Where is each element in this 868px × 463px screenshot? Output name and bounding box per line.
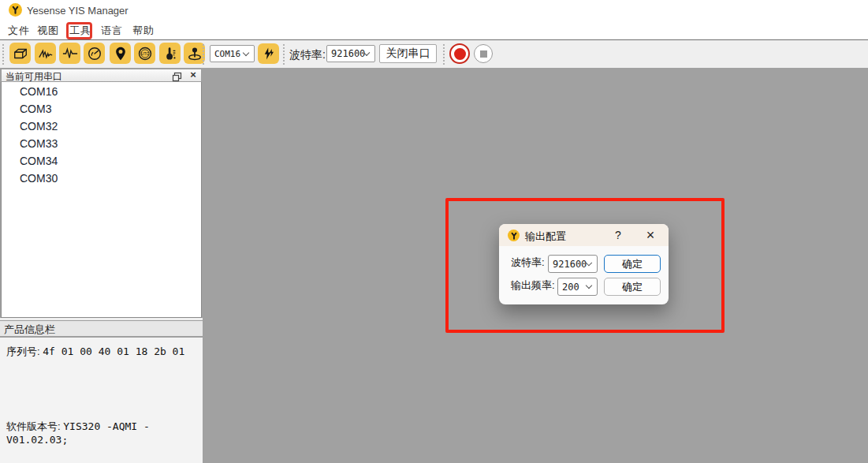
list-item-port[interactable]: COM32: [2, 119, 201, 134]
dialog-title: 输出配置: [525, 230, 566, 244]
serial-ports-panel-header: 当前可用串口 ×: [1, 69, 202, 82]
temperature-icon[interactable]: [159, 43, 181, 64]
chevron-down-icon: [243, 49, 249, 55]
dialog-freq-value: 200: [558, 282, 587, 293]
menu-view[interactable]: 视图: [37, 24, 59, 38]
toolbar-drag-handle[interactable]: [443, 44, 446, 65]
app-logo-icon: [9, 3, 22, 17]
serial-number-line: 序列号: 4f 01 00 40 01 18 2b 01: [6, 345, 184, 359]
serial-port-list: COM16 COM3 COM32 COM33 COM34 COM30: [1, 82, 202, 318]
toolbar-drag-handle[interactable]: [283, 44, 286, 65]
dialog-help-icon[interactable]: ?: [611, 228, 625, 242]
product-info-panel-title: 产品信息栏: [4, 323, 55, 337]
toolbar: UTC COM16 波特率: 921600 关闭串口: [0, 40, 868, 68]
dialog-freq-select[interactable]: 200: [557, 278, 598, 296]
port-select-value: COM16: [210, 49, 244, 59]
menu-help[interactable]: 帮助: [132, 24, 155, 38]
refresh-ports-icon[interactable]: [258, 43, 279, 64]
close-panel-icon[interactable]: ×: [188, 69, 199, 81]
dialog-baud-select[interactable]: 921600: [548, 255, 598, 273]
float-panel-icon[interactable]: [172, 71, 182, 81]
stop-button[interactable]: [474, 44, 493, 63]
menu-language[interactable]: 语言: [101, 24, 123, 38]
pulse-waveform-icon[interactable]: [59, 43, 80, 64]
product-info-panel: 序列号: 4f 01 00 40 01 18 2b 01 软件版本号: YIS3…: [0, 338, 203, 463]
list-item-port[interactable]: COM33: [2, 136, 201, 151]
output-config-dialog: 输出配置 ? × 波特率: 921600 确定 输出频率: 200 确定: [499, 224, 669, 304]
confirm-freq-button[interactable]: 确定: [604, 278, 661, 296]
menu-file[interactable]: 文件: [8, 24, 30, 38]
record-icon: [454, 48, 466, 60]
list-item-port[interactable]: COM30: [2, 171, 201, 186]
svg-text:UTC: UTC: [140, 50, 149, 55]
location-icon[interactable]: [110, 43, 131, 64]
utc-clock-icon[interactable]: UTC: [134, 43, 155, 64]
tools-menu-annotation-box: [66, 22, 92, 39]
baud-rate-value: 921600: [327, 48, 365, 59]
title-bar: Yesense YIS Manager: [0, 0, 868, 21]
product-info-panel-header: 产品信息栏: [0, 320, 203, 337]
list-item-port[interactable]: COM34: [2, 154, 201, 169]
list-item-port[interactable]: COM3: [2, 102, 201, 117]
dialog-close-icon[interactable]: ×: [643, 226, 658, 244]
serial-number-value: 4f 01 00 40 01 18 2b 01: [43, 345, 184, 357]
dialog-baud-label: 波特率:: [511, 256, 545, 270]
dialog-baud-value: 921600: [549, 259, 587, 270]
software-version-label: 软件版本号:: [6, 420, 61, 432]
port-select[interactable]: COM16: [210, 45, 255, 62]
window-title: Yesense YIS Manager: [27, 5, 129, 17]
list-item-port[interactable]: COM16: [2, 84, 201, 99]
stop-icon: [480, 50, 487, 58]
close-serial-port-button[interactable]: 关闭串口: [379, 44, 437, 63]
dialog-title-bar[interactable]: 输出配置 ? ×: [499, 224, 669, 246]
confirm-baud-button[interactable]: 确定: [604, 255, 661, 273]
baud-rate-label: 波特率:: [289, 48, 326, 62]
dialog-logo-icon: [508, 230, 520, 241]
attitude-icon[interactable]: [184, 43, 205, 64]
toolbar-drag-handle[interactable]: [203, 44, 206, 65]
angle-waveform-icon[interactable]: [35, 43, 56, 64]
chevron-down-icon: [586, 282, 592, 289]
serial-number-label: 序列号:: [6, 345, 40, 357]
app-window: Yesense YIS Manager 文件 视图 工具 语言 帮助: [0, 0, 868, 463]
toolbar-drag-handle[interactable]: [2, 44, 6, 65]
gauge-icon[interactable]: [84, 43, 105, 64]
record-button[interactable]: [449, 43, 470, 64]
dialog-freq-label: 输出频率:: [511, 278, 555, 293]
menu-bar: 文件 视图 工具 语言 帮助: [0, 21, 868, 39]
baud-rate-select[interactable]: 921600: [326, 45, 375, 62]
software-version-line: 软件版本号: YIS320 -AQMI -V01.02.03;: [6, 420, 203, 446]
3d-model-icon[interactable]: [9, 43, 31, 64]
